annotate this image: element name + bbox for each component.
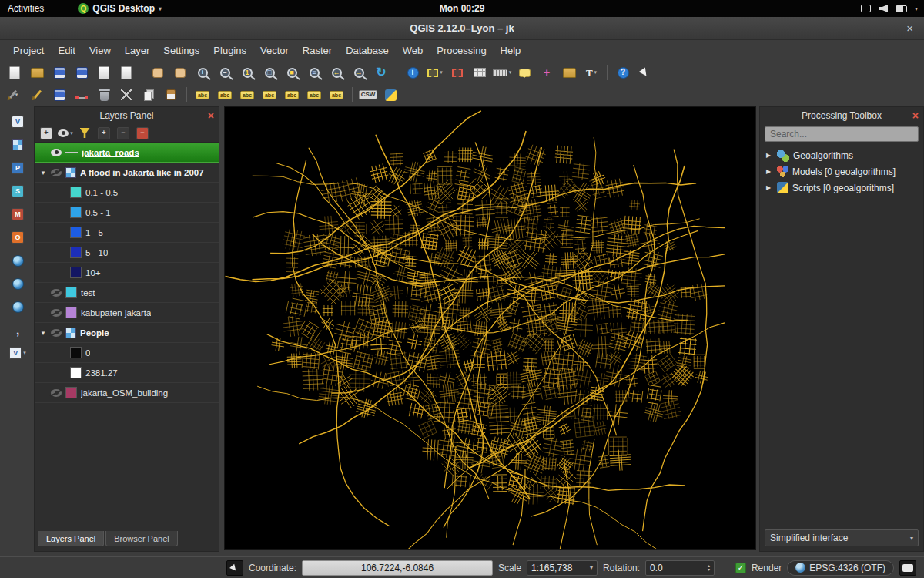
paste-features-button[interactable] — [161, 86, 181, 104]
new-print-composer-button[interactable] — [94, 63, 114, 82]
visibility-off-icon[interactable] — [51, 329, 62, 337]
filter-legend-button[interactable] — [76, 126, 93, 141]
display-icon[interactable] — [861, 5, 871, 12]
add-raster-layer-button[interactable] — [6, 136, 29, 154]
select-features-button[interactable]: ▾ — [425, 63, 445, 82]
new-shapefile-layer-button[interactable]: V▾ — [6, 344, 29, 362]
layer-row-a-flood-in-jakarta-like-in-2007[interactable]: ▾A flood in Jakarta like in 2007 — [35, 163, 219, 183]
layer-row-5-10[interactable]: 5 - 10 — [35, 243, 219, 263]
processing-item-models-0-geoalgorithms[interactable]: ▶Models [0 geoalgorithms] — [760, 163, 923, 180]
current-edits-button[interactable]: ▾ — [5, 86, 25, 104]
activities-button[interactable]: Activities — [0, 3, 52, 14]
new-shapefile-layer-dropdown-arrow-icon[interactable]: ▾ — [23, 350, 26, 356]
zoom-to-selection-button[interactable]: ■ — [282, 63, 302, 82]
map-canvas[interactable] — [224, 106, 756, 550]
label-highlight-button[interactable]: abc — [215, 86, 235, 104]
save-project-as-button[interactable] — [72, 63, 92, 82]
coordinate-capture-button[interactable] — [226, 560, 243, 576]
manage-visibility-dropdown-arrow-icon[interactable]: ▾ — [70, 130, 73, 136]
layer-row-2381-27[interactable]: 2381.27 — [35, 363, 219, 383]
add-postgis-layer-button[interactable]: P — [6, 159, 29, 177]
visibility-off-icon[interactable] — [51, 289, 62, 297]
menu-layer[interactable]: Layer — [118, 42, 157, 59]
visibility-off-icon[interactable] — [51, 169, 62, 176]
layer-row-0-5-1[interactable]: 0.5 - 1 — [35, 203, 219, 223]
expand-arrow-icon[interactable]: ▾ — [39, 169, 47, 176]
messages-button[interactable] — [899, 560, 916, 576]
identify-features-button[interactable]: i — [403, 63, 423, 82]
processing-item-scripts-0-geoalgorithms[interactable]: ▶Scripts [0 geoalgorithms] — [760, 180, 923, 196]
label-rotate-button[interactable]: abc — [304, 86, 324, 104]
processing-item-geoalgorithms[interactable]: ▶Geoalgorithms — [760, 147, 923, 163]
pan-map-button[interactable] — [148, 63, 168, 82]
menu-view[interactable]: View — [82, 42, 118, 59]
new-bookmark-button[interactable]: + — [537, 63, 557, 82]
menu-project[interactable]: Project — [6, 42, 51, 59]
pan-to-selection-button[interactable] — [170, 63, 190, 82]
expand-arrow-icon[interactable]: ▶ — [766, 184, 773, 191]
layers-panel-close-button[interactable]: × — [208, 109, 214, 122]
text-annotation-dropdown-arrow-icon[interactable]: ▾ — [594, 69, 598, 76]
battery-icon[interactable] — [896, 5, 907, 12]
show-bookmarks-button[interactable] — [559, 63, 579, 82]
manage-visibility-button[interactable]: ▾ — [57, 126, 74, 141]
menu-plugins[interactable]: Plugins — [206, 42, 253, 59]
tab-layers-panel[interactable]: Layers Panel — [38, 531, 104, 546]
interface-selector[interactable]: Simplified interface ▾ — [765, 529, 919, 546]
zoom-full-button[interactable]: □ — [259, 63, 280, 82]
window-title-bar[interactable]: QGIS 2.12.0–Lyon – jk × — [0, 17, 924, 40]
expand-arrow-icon[interactable]: ▾ — [39, 329, 47, 337]
menu-help[interactable]: Help — [494, 42, 528, 59]
delete-selected-button[interactable] — [94, 86, 114, 104]
menu-vector[interactable]: Vector — [253, 42, 296, 59]
layer-row-0-1-0-5[interactable]: 0.1 - 0.5 — [35, 183, 219, 203]
menu-processing[interactable]: Processing — [430, 42, 493, 59]
add-spatialite-layer-button[interactable]: S — [6, 182, 29, 200]
node-tool-button[interactable] — [72, 86, 92, 104]
layer-row-jakarta-osm-building[interactable]: jakarta_OSM_building — [35, 383, 219, 403]
scale-combo[interactable]: 1:165,738 ▾ — [527, 560, 598, 576]
deselect-features-button[interactable] — [447, 63, 467, 82]
zoom-last-button[interactable]: ← — [326, 63, 346, 82]
layer-row-10[interactable]: 10+ — [35, 263, 219, 283]
map-tips-button[interactable] — [514, 63, 534, 82]
menu-database[interactable]: Database — [339, 42, 396, 59]
collapse-all-button[interactable]: − — [115, 126, 132, 141]
system-menu-caret-icon[interactable]: ▾ — [915, 5, 918, 12]
add-oracle-layer-button[interactable]: O — [6, 228, 29, 247]
add-delimited-text-layer-button[interactable]: , — [6, 321, 29, 339]
tab-browser-panel[interactable]: Browser Panel — [105, 531, 178, 546]
layer-row-1-5[interactable]: 1 - 5 — [35, 223, 219, 243]
copy-features-button[interactable] — [139, 86, 159, 104]
whats-this-button[interactable] — [635, 63, 655, 82]
layer-labeling-button[interactable]: abc — [192, 86, 213, 104]
open-attribute-table-button[interactable] — [470, 63, 490, 82]
add-mssql-layer-button[interactable]: M — [6, 205, 29, 223]
zoom-in-button[interactable]: + — [192, 63, 213, 82]
layer-row-test[interactable]: test — [35, 283, 219, 303]
label-move-button[interactable]: abc — [282, 86, 302, 104]
visibility-on-icon[interactable] — [51, 149, 62, 156]
render-checkbox[interactable]: ✓ — [735, 563, 746, 573]
expand-arrow-icon[interactable]: ▶ — [766, 168, 773, 175]
visibility-off-icon[interactable] — [51, 309, 62, 317]
coordinate-input[interactable] — [302, 560, 493, 576]
zoom-to-layer-button[interactable]: ≡ — [304, 63, 324, 82]
label-pin-button[interactable]: abc — [237, 86, 257, 104]
visibility-off-icon[interactable] — [51, 389, 62, 397]
composer-manager-button[interactable] — [116, 63, 136, 82]
add-wfs-layer-button[interactable] — [6, 297, 29, 316]
text-annotation-button[interactable]: T▾ — [581, 63, 601, 82]
zoom-next-button[interactable]: → — [349, 63, 369, 82]
rotation-spinner[interactable]: 0.0 ▴▾ — [645, 560, 715, 576]
expand-arrow-icon[interactable]: ▶ — [766, 152, 773, 159]
measure-dropdown-arrow-icon[interactable]: ▾ — [509, 69, 512, 76]
crs-button[interactable]: EPSG:4326 (OTF) — [787, 560, 894, 576]
menu-settings[interactable]: Settings — [156, 42, 206, 59]
layer-row-people[interactable]: ▾People — [35, 323, 219, 343]
processing-search-input[interactable] — [765, 126, 919, 142]
refresh-map-button[interactable]: ↻ — [371, 63, 391, 82]
app-menu[interactable]: Q QGIS Desktop ▾ — [78, 3, 162, 14]
menu-raster[interactable]: Raster — [296, 42, 339, 59]
select-features-dropdown-arrow-icon[interactable]: ▾ — [440, 69, 443, 76]
